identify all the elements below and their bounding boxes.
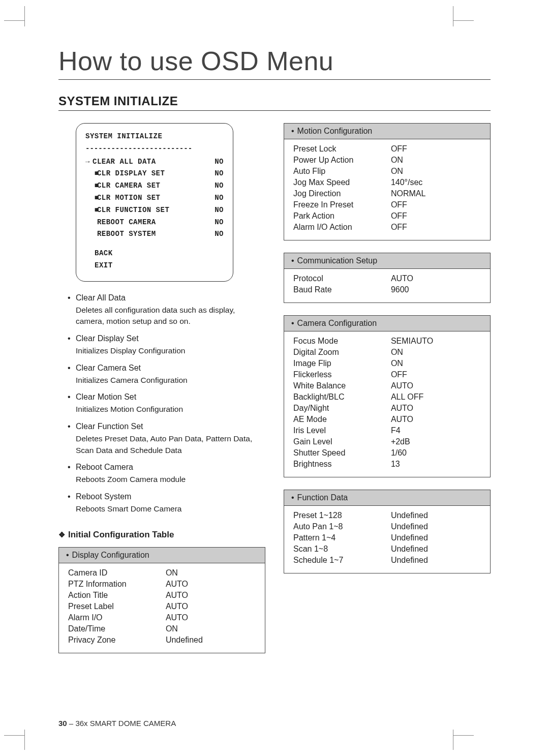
crop-mark <box>453 20 474 21</box>
table-row: Park ActionOFF <box>293 210 481 222</box>
table-row: Jog Max Speed140°/sec <box>293 177 481 188</box>
osd-divider: ------------------------- <box>85 143 224 155</box>
table-header: •Display Configuration <box>59 548 265 563</box>
table-row: Iris LevelF4 <box>293 425 481 436</box>
table-row: Day/NightAUTO <box>293 403 481 414</box>
table-row: Auto Pan 1~8Undefined <box>293 521 481 532</box>
right-column: •Motion Configuration Preset LockOFFPowe… <box>284 123 491 666</box>
table-row: Auto FlipON <box>293 166 481 177</box>
subheading: ❖Initial Configuration Table <box>58 530 265 540</box>
table-row: Gain Level+2dB <box>293 436 481 447</box>
table-row: Alarm I/O ActionOFF <box>293 222 481 233</box>
table-row: Action TitleAUTO <box>68 590 256 601</box>
osd-menu-item: →CLEAR ALL DATANO <box>85 156 224 168</box>
crop-mark <box>453 735 474 736</box>
osd-menu-item: REBOOT CAMERANO <box>85 217 224 229</box>
subheading-text: Initial Configuration Table <box>68 530 174 539</box>
osd-back: BACK <box>95 248 224 260</box>
table-function-data: •Function Data Preset 1~128UndefinedAuto… <box>284 490 491 573</box>
table-row: PTZ InformationAUTO <box>68 579 256 590</box>
footer-text: 36x SMART DOME CAMERA <box>75 719 176 728</box>
table-row: Brightness13 <box>293 459 481 470</box>
osd-exit: EXIT <box>95 260 224 272</box>
diamond-icon: ❖ <box>58 530 65 539</box>
table-header: •Function Data <box>284 490 490 506</box>
description-item: Clear All DataDeletes all configuration … <box>68 292 265 327</box>
description-item: Reboot SystemReboots Smart Dome Camera <box>68 491 265 515</box>
table-row: Preset LabelAUTO <box>68 601 256 612</box>
page-number: 30 <box>58 719 67 728</box>
page-title: How to use OSD Menu <box>58 46 491 80</box>
description-item: Clear Motion SetInitializes Motion Confi… <box>68 391 265 415</box>
table-row: Scan 1~8Undefined <box>293 543 481 555</box>
description-item: Clear Display SetInitializes Display Con… <box>68 332 265 357</box>
table-display-config: •Display Configuration Camera IDONPTZ In… <box>58 547 265 653</box>
crop-mark <box>24 730 25 750</box>
description-item: Clear Camera SetInitializes Camera Confi… <box>68 362 265 386</box>
table-row: Privacy ZoneUndefined <box>68 634 256 646</box>
table-row: Backlight/BLCALL OFF <box>293 391 481 403</box>
table-row: Power Up ActionON <box>293 155 481 166</box>
table-row: Camera IDON <box>68 567 256 579</box>
osd-title: SYSTEM INITIALIZE <box>85 131 224 143</box>
table-row: Shutter Speed1/60 <box>293 447 481 459</box>
description-item: Clear Function SetDeletes Preset Data, A… <box>68 420 265 456</box>
table-row: AE ModeAUTO <box>293 414 481 425</box>
table-row: Baud Rate9600 <box>293 284 481 295</box>
crop-mark <box>453 6 453 26</box>
section-heading: SYSTEM INITIALIZE <box>58 94 491 111</box>
description-item: Reboot CameraReboots Zoom Camera module <box>68 461 265 486</box>
table-row: Alarm I/OAUTO <box>68 612 256 623</box>
crop-mark <box>24 6 25 26</box>
table-row: Pattern 1~4Undefined <box>293 532 481 543</box>
table-camera-config: •Camera Configuration Focus ModeSEMIAUTO… <box>284 315 491 477</box>
osd-menu-item: ■ CLR CAMERA SETNO <box>85 180 224 192</box>
table-row: White BalanceAUTO <box>293 380 481 391</box>
crop-mark <box>4 20 24 21</box>
osd-menu-item: REBOOT SYSTEMNO <box>85 228 224 240</box>
table-row: Schedule 1~7Undefined <box>293 555 481 566</box>
table-row: Focus ModeSEMIAUTO <box>293 336 481 347</box>
table-header: •Camera Configuration <box>284 316 490 331</box>
table-row: Jog DirectionNORMAL <box>293 188 481 199</box>
table-row: Image FlipON <box>293 358 481 369</box>
osd-menu-item: ■ CLR DISPLAY SETNO <box>85 168 224 180</box>
page-footer: 30 – 36x SMART DOME CAMERA <box>58 719 176 728</box>
table-header: •Motion Configuration <box>284 124 490 139</box>
table-motion-config: •Motion Configuration Preset LockOFFPowe… <box>284 123 491 240</box>
table-row: Preset LockOFF <box>293 143 481 155</box>
description-list: Clear All DataDeletes all configuration … <box>68 292 265 515</box>
table-row: Digital ZoomON <box>293 347 481 358</box>
table-row: Freeze In PresetOFF <box>293 199 481 210</box>
crop-mark <box>453 730 453 750</box>
table-row: FlickerlessOFF <box>293 369 481 380</box>
left-column: SYSTEM INITIALIZE ----------------------… <box>58 123 265 666</box>
table-row: Preset 1~128Undefined <box>293 510 481 521</box>
table-row: Date/TimeON <box>68 623 256 634</box>
crop-mark <box>4 735 24 736</box>
osd-menu-item: ■ CLR MOTION SETNO <box>85 192 224 204</box>
osd-menu-box: SYSTEM INITIALIZE ----------------------… <box>76 123 233 282</box>
table-header: •Communication Setup <box>284 253 490 269</box>
table-row: ProtocolAUTO <box>293 273 481 284</box>
osd-menu-item: ■ CLR FUNCTION SETNO <box>85 204 224 217</box>
table-communication-setup: •Communication Setup ProtocolAUTOBaud Ra… <box>284 253 491 303</box>
